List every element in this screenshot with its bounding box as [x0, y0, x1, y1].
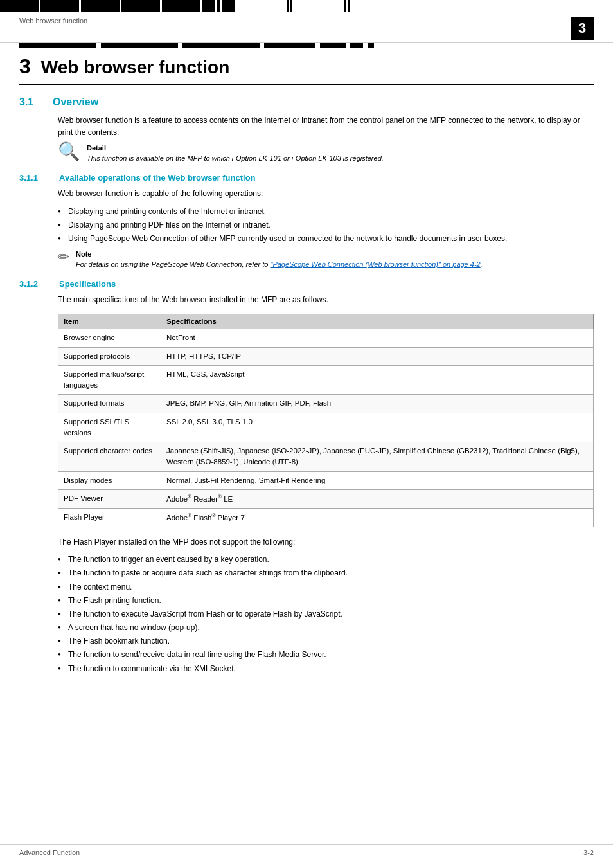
list-item: The function to execute JavaScript from …: [58, 608, 594, 620]
section-3-1-1-bullet-list: Displaying and printing contents of the …: [58, 206, 594, 246]
cell-spec: Adobe® Flash® Player 7: [161, 508, 594, 527]
table-row: Display modes Normal, Just-Fit Rendering…: [58, 471, 594, 489]
chapter-title: Web browser function: [41, 57, 230, 78]
list-item: The function to paste or acquire data su…: [58, 567, 594, 579]
list-item: Displaying and printing contents of the …: [58, 206, 594, 218]
main-content: 3 Web browser function 3.1 Overview Web …: [0, 48, 613, 700]
note-text-before: For details on using the PageScope Web C…: [76, 260, 270, 268]
table-row: Supported markup/script languages HTML, …: [58, 365, 594, 395]
cell-item: Supported character codes: [58, 442, 161, 472]
list-item: The function to trigger an event caused …: [58, 554, 594, 566]
detail-icon: 🔍: [58, 143, 80, 161]
top-bar: [0, 0, 613, 12]
stripe-bar: [19, 43, 594, 48]
cell-spec: JPEG, BMP, PNG, GIF, Animation GIF, PDF,…: [161, 395, 594, 413]
cell-item: Supported SSL/TLS versions: [58, 413, 161, 442]
list-item: The Flash bookmark function.: [58, 635, 594, 647]
cell-spec: NetFront: [161, 329, 594, 347]
chapter-heading: 3 Web browser function: [19, 55, 594, 85]
col-header-item: Item: [58, 314, 161, 329]
note-icon: ✏: [58, 250, 69, 264]
detail-content: Detail This function is available on the…: [87, 144, 594, 163]
table-header-row: Item Specifications: [58, 314, 594, 329]
chapter-number: 3: [19, 55, 31, 78]
section-3-1-2-number: 3.1.2: [19, 279, 51, 289]
col-header-specs: Specifications: [161, 314, 594, 329]
detail-text: This function is available on the MFP to…: [87, 154, 384, 162]
list-item: A screen that has no window (pop-up).: [58, 622, 594, 634]
section-3-1-1-title: Available operations of the Web browser …: [59, 173, 256, 183]
table-body: Browser engine NetFront Supported protoc…: [58, 329, 594, 527]
note-link[interactable]: "PageScope Web Connection (Web browser f…: [270, 260, 480, 268]
table-row: PDF Viewer Adobe® Reader® LE: [58, 489, 594, 508]
page-header: Web browser function 3: [0, 12, 613, 43]
table-row: Supported formats JPEG, BMP, PNG, GIF, A…: [58, 395, 594, 413]
list-item: The context menu.: [58, 581, 594, 593]
chapter-badge: 3: [571, 17, 594, 40]
footer-left: Advanced Function: [19, 849, 80, 856]
list-item: Using PageScope Web Connection of other …: [58, 233, 594, 245]
note-text-after: .: [481, 260, 483, 268]
detail-box: 🔍 Detail This function is available on t…: [58, 144, 594, 163]
cell-spec: Japanese (Shift-JIS), Japanese (ISO-2022…: [161, 442, 594, 472]
cell-spec: Normal, Just-Fit Rendering, Smart-Fit Re…: [161, 471, 594, 489]
cell-spec: Adobe® Reader® LE: [161, 489, 594, 508]
table-row: Supported character codes Japanese (Shif…: [58, 442, 594, 472]
cell-spec: HTTP, HTTPS, TCP/IP: [161, 347, 594, 365]
section-3-1-2-heading: 3.1.2 Specifications: [19, 279, 594, 289]
section-3-1-1-number: 3.1.1: [19, 173, 51, 183]
footer-right: 3-2: [583, 849, 594, 856]
header-breadcrumb: Web browser function: [19, 17, 87, 24]
section-3-1-heading: 3.1 Overview: [19, 96, 594, 108]
table-row: Browser engine NetFront: [58, 329, 594, 347]
cell-item: PDF Viewer: [58, 489, 161, 508]
list-item: The function to communicate via the XMLS…: [58, 663, 594, 675]
cell-spec: HTML, CSS, JavaScript: [161, 365, 594, 395]
list-item: Displaying and printing PDF files on the…: [58, 219, 594, 231]
cell-item: Flash Player: [58, 508, 161, 527]
top-bar-pattern: [0, 0, 613, 12]
table-row: Flash Player Adobe® Flash® Player 7: [58, 508, 594, 527]
cell-item: Supported protocols: [58, 347, 161, 365]
flash-player-intro: The Flash Player installed on the MFP do…: [58, 536, 594, 548]
page-footer: Advanced Function 3-2: [0, 844, 613, 856]
list-item: The function to send/receive data in rea…: [58, 649, 594, 661]
cell-item: Supported formats: [58, 395, 161, 413]
cell-item: Display modes: [58, 471, 161, 489]
cell-item: Supported markup/script languages: [58, 365, 161, 395]
detail-label: Detail: [87, 144, 594, 152]
note-text: For details on using the PageScope Web C…: [76, 260, 483, 268]
section-3-1-2-intro: The main specifications of the Web brows…: [58, 294, 594, 306]
section-3-1-2-title: Specifications: [59, 279, 116, 289]
flash-player-bullet-list: The function to trigger an event caused …: [58, 554, 594, 675]
section-3-1-number: 3.1: [19, 96, 45, 108]
table-header: Item Specifications: [58, 314, 594, 329]
table-row: Supported protocols HTTP, HTTPS, TCP/IP: [58, 347, 594, 365]
section-3-1-body: Web browser function is a feature to acc…: [58, 114, 594, 139]
list-item: The Flash printing function.: [58, 595, 594, 607]
cell-spec: SSL 2.0, SSL 3.0, TLS 1.0: [161, 413, 594, 442]
section-3-1-1-heading: 3.1.1 Available operations of the Web br…: [19, 173, 594, 183]
specifications-table: Item Specifications Browser engine NetFr…: [58, 314, 594, 527]
note-content: Note For details on using the PageScope …: [76, 250, 594, 269]
section-3-1-title: Overview: [53, 96, 98, 108]
note-label: Note: [76, 250, 594, 258]
table-row: Supported SSL/TLS versions SSL 2.0, SSL …: [58, 413, 594, 442]
cell-item: Browser engine: [58, 329, 161, 347]
section-3-1-1-intro: Web browser function is capable of the f…: [58, 188, 594, 200]
page-container: Web browser function 3 3 Web browser fun…: [0, 0, 613, 868]
note-box: ✏ Note For details on using the PageScop…: [58, 250, 594, 269]
